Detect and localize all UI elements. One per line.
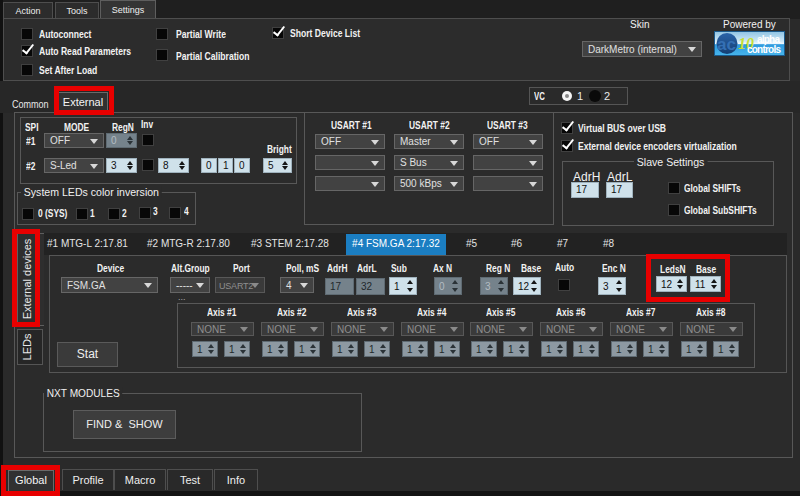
svg-text:controls: controls — [747, 44, 781, 55]
svg-text:ac: ac — [717, 35, 736, 54]
